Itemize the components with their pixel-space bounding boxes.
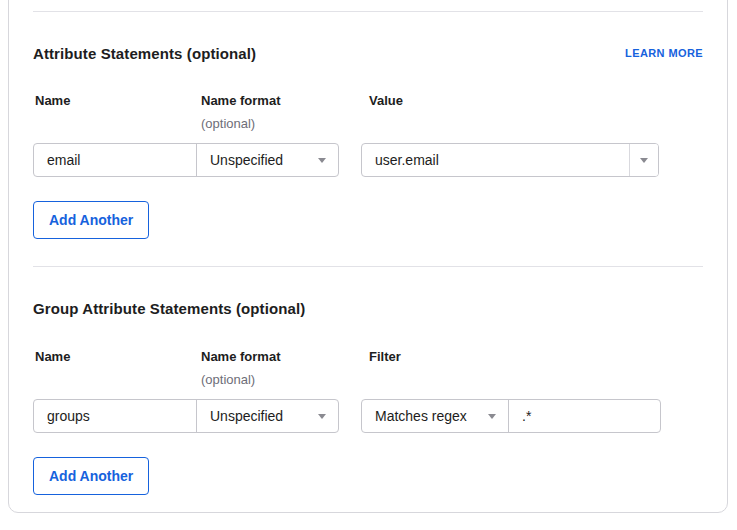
optional-sublabel: (optional) xyxy=(201,373,361,387)
group-attribute-statements-heading: Group Attribute Statements (optional) xyxy=(33,300,305,317)
attribute-value-group xyxy=(361,143,659,177)
name-format-select[interactable]: Unspecified xyxy=(197,144,338,176)
learn-more-link[interactable]: LEARN MORE xyxy=(625,47,703,59)
attribute-value-input[interactable] xyxy=(362,144,629,176)
name-format-selected-value: Unspecified xyxy=(210,152,283,168)
group-name-format-group: Unspecified xyxy=(33,399,339,433)
filter-type-select[interactable]: Matches regex xyxy=(362,400,509,432)
chevron-down-icon xyxy=(640,158,648,163)
filter-column-label: Filter xyxy=(361,350,401,388)
value-column-label: Value xyxy=(361,94,403,132)
value-dropdown-button[interactable] xyxy=(629,144,658,176)
attribute-statements-heading: Attribute Statements (optional) xyxy=(33,45,256,62)
group-name-format-selected-value: Unspecified xyxy=(210,408,283,424)
chevron-down-icon xyxy=(318,158,326,163)
group-name-input[interactable] xyxy=(34,400,197,432)
chevron-down-icon xyxy=(318,414,326,419)
optional-sublabel: (optional) xyxy=(201,117,361,131)
name-format-column-label: Name format (optional) xyxy=(201,94,361,132)
filter-type-selected-value: Matches regex xyxy=(375,408,467,424)
attribute-name-input[interactable] xyxy=(34,144,197,176)
add-another-button[interactable]: Add Another xyxy=(33,457,149,495)
chevron-down-icon xyxy=(488,414,496,419)
name-format-column-label: Name format (optional) xyxy=(201,350,361,388)
settings-card: Attribute Statements (optional) LEARN MO… xyxy=(8,0,728,513)
name-column-label: Name xyxy=(33,350,201,388)
group-filter-group: Matches regex xyxy=(361,399,661,433)
section-divider xyxy=(33,11,703,12)
filter-value-input[interactable] xyxy=(509,400,660,432)
section-divider xyxy=(33,266,703,267)
group-name-format-select[interactable]: Unspecified xyxy=(197,400,338,432)
add-another-button[interactable]: Add Another xyxy=(33,201,149,239)
attribute-name-format-group: Unspecified xyxy=(33,143,339,177)
name-column-label: Name xyxy=(33,94,201,132)
